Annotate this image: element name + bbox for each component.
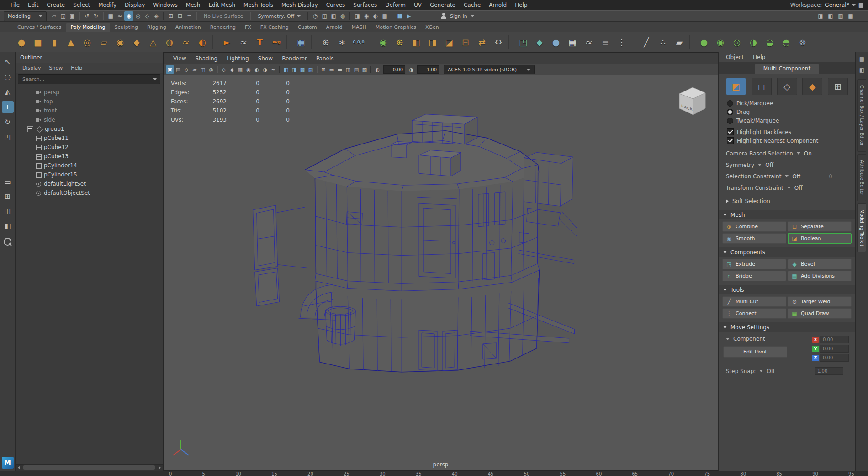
input-connections-icon[interactable]: ⊞ (166, 11, 175, 21)
gamma-icon[interactable]: ◑ (407, 65, 415, 74)
edit-pivot-button[interactable]: Edit Pivot (723, 346, 787, 358)
outliner-item[interactable]: persp (16, 88, 163, 97)
make-live-icon[interactable]: ◈ (152, 11, 161, 21)
uv-mode-icon[interactable]: ⊞ (828, 78, 848, 95)
poly-plane-icon[interactable]: ▱ (96, 34, 111, 50)
poly-disc-icon[interactable]: ◉ (112, 34, 128, 50)
sculpt-tool-icon[interactable]: ● (696, 34, 712, 50)
menu-item[interactable]: File (6, 2, 24, 8)
four-pane-layout-icon[interactable]: ⊞ (2, 191, 14, 203)
shelf-tab[interactable]: MASH (347, 23, 370, 32)
uv-editor-icon[interactable]: ▦ (293, 34, 309, 50)
image-plane-icon[interactable]: ▱ (191, 65, 199, 74)
lasso-tool-icon[interactable]: ◌ (2, 71, 14, 83)
toolkit-option-row[interactable]: Symmetry Off (719, 159, 855, 171)
two-d-pan-zoom-icon[interactable]: ◫ (199, 65, 207, 74)
render-settings-icon[interactable]: ▤ (380, 11, 389, 21)
soft-selection-header[interactable]: Soft Selection (719, 195, 855, 207)
vertical-tab[interactable]: Attribute Editor (857, 154, 866, 201)
poly-pyramid-icon[interactable]: △ (145, 34, 161, 50)
reflection-icon[interactable]: ◫ (320, 11, 329, 21)
outliner-menu-item[interactable]: Display (19, 65, 44, 71)
ipr-render-icon[interactable]: ◐ (371, 11, 380, 21)
poly-pipe-icon[interactable]: ◍ (162, 34, 177, 50)
isolate-select-icon[interactable]: ◧ (282, 65, 290, 74)
extrude-button[interactable]: ◳Extrude (722, 259, 786, 269)
tool-settings-strip-icon[interactable]: ◧ (857, 65, 867, 75)
menu-set-selector[interactable]: Modeling (4, 11, 47, 21)
menu-item[interactable]: Edit Mesh (204, 2, 239, 8)
toolkit-menu-item[interactable]: Help (749, 54, 769, 60)
menu-item[interactable]: Deform (381, 2, 410, 8)
interactive-playback-icon[interactable]: ▶ (404, 11, 413, 21)
axis-value-field[interactable]: 0.00 (820, 345, 849, 353)
pause-viewport-icon[interactable]: ▮▮ (395, 11, 404, 21)
menu-item[interactable]: Arnold (485, 2, 511, 8)
shaded-display-icon[interactable]: ◆ (228, 65, 236, 74)
shelf-tab[interactable]: Custom (293, 23, 322, 32)
create-polygon-tool-icon[interactable]: ► (219, 34, 235, 50)
attribute-editor-strip-icon[interactable]: ▤ (857, 54, 867, 64)
menu-item[interactable]: Curves (322, 2, 349, 8)
chevron-down-icon[interactable] (153, 78, 157, 80)
grab-brush-icon[interactable]: ◑ (746, 34, 761, 50)
scroll-right-icon[interactable] (156, 465, 163, 471)
time-slider[interactable]: 05101520253035404550556065707580859095 (0, 471, 868, 476)
textured-display-icon[interactable]: ▦ (236, 65, 244, 74)
outliner-menu-item[interactable]: Help (68, 65, 85, 71)
camera-attributes-icon[interactable]: ▤ (174, 65, 182, 74)
paint-select-tool-icon[interactable]: ◭ (2, 86, 14, 98)
checkbox-option[interactable]: Highlight Backfaces (719, 128, 855, 136)
menu-item[interactable]: Mesh Display (277, 2, 322, 8)
viewport-menu-item[interactable]: Panels (312, 55, 338, 62)
type-tool-icon[interactable]: T (252, 34, 268, 50)
workspace-selector[interactable]: Workspace: General* ▤ (790, 2, 863, 8)
smooth-shelf-icon[interactable]: ● (548, 34, 564, 50)
menu-item[interactable]: Select (69, 2, 94, 8)
step-snap-field[interactable]: 1.00 (815, 367, 843, 375)
highlight-backfaces-icon[interactable]: ◧ (329, 11, 338, 21)
snap-to-grid-icon[interactable]: ▦ (106, 11, 115, 21)
shelf-tab[interactable]: Rendering (206, 23, 240, 32)
snap-to-point-icon[interactable]: ◉ (124, 11, 133, 21)
section-header-mesh[interactable]: Mesh (719, 210, 855, 219)
shelf-menu-icon[interactable]: ≡ (3, 26, 13, 32)
outliner-item[interactable]: top (16, 97, 163, 106)
wireframe-display-icon[interactable]: ◇ (220, 65, 228, 74)
redo-icon[interactable]: ↻ (91, 11, 101, 21)
shelf-tab[interactable]: Poly Modeling (66, 23, 110, 32)
multi-cut-button[interactable]: ╱Multi-Cut (722, 296, 786, 307)
shelf-tab[interactable]: Animation (171, 23, 206, 32)
radio-option[interactable]: Drag (719, 107, 855, 116)
toolkit-menu-item[interactable]: Object (722, 54, 747, 60)
flatten-brush-icon[interactable]: ◓ (778, 34, 794, 50)
outliner-item[interactable]: defaultObjectSet (16, 188, 163, 198)
open-scene-icon[interactable]: ◱ (58, 11, 68, 21)
boolean-difference-icon[interactable]: ◨ (425, 34, 440, 50)
quad-draw-button[interactable]: ▦Quad Draw (788, 308, 852, 319)
radio-option[interactable]: Pick/Marquee (719, 99, 855, 107)
shelf-tab[interactable]: Motion Graphics (371, 23, 421, 32)
oversampling-icon[interactable]: ◎ (207, 65, 215, 74)
move-tool-icon[interactable]: + (2, 101, 14, 113)
poly-gear-icon[interactable]: ◐ (195, 34, 210, 50)
scale-tool-icon[interactable]: ◰ (2, 131, 14, 143)
outliner-item[interactable]: pCube11 (16, 134, 163, 143)
film-gate-icon[interactable]: ◫ (344, 65, 352, 74)
snap-to-curve-icon[interactable]: ≈ (115, 11, 124, 21)
shelf-tab[interactable]: Sculpting (110, 23, 143, 32)
combine-button[interactable]: ⊕Combine (722, 221, 786, 232)
edge-flow-icon[interactable]: ≈ (581, 34, 597, 50)
bridge-button[interactable]: ∩Bridge (722, 271, 786, 281)
tab-multi-component[interactable]: Multi-Component (755, 64, 819, 74)
subdivide-icon[interactable]: ▦ (565, 34, 580, 50)
shelf-tab[interactable]: Rigging (143, 23, 171, 32)
boolean-intersection-icon[interactable]: ◪ (441, 34, 457, 50)
insert-edge-loop-icon[interactable]: ≡ (598, 34, 613, 50)
viewport-menu-item[interactable]: Renderer (278, 55, 311, 62)
resolution-gate-icon[interactable]: ▭ (328, 65, 336, 74)
vertical-tab[interactable]: Modeling Toolkit (857, 203, 866, 252)
symmetry-dropdown[interactable]: Symmetry: Off (258, 13, 301, 19)
center-pivot-icon[interactable]: ⊕ (318, 34, 333, 50)
persp-outliner-layout-icon[interactable]: ◫ (2, 205, 14, 217)
